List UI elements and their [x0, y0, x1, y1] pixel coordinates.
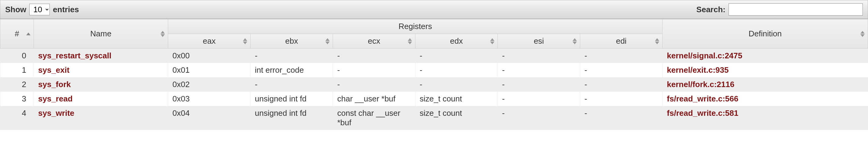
col-header-num-label: # — [14, 29, 19, 38]
cell-def: kernel/exit.c:935 — [662, 63, 868, 77]
table-controls-bar: Show 10 entries Search: — [0, 0, 868, 19]
col-header-ecx-label: ecx — [368, 36, 380, 45]
entries-select[interactable]: 10 — [29, 4, 50, 15]
table-row: 1sys_exit0x01int error_code----kernel/ex… — [0, 63, 868, 77]
col-header-edi[interactable]: edi — [580, 34, 662, 49]
syscall-name-link[interactable]: sys_fork — [38, 80, 71, 89]
definition-link[interactable]: fs/read_write.c:566 — [667, 94, 738, 103]
col-header-registers-group: Registers — [168, 19, 662, 34]
cell-esi: - — [498, 106, 580, 130]
sort-icon[interactable] — [572, 38, 577, 44]
syscall-name-link[interactable]: sys_restart_syscall — [38, 51, 112, 60]
cell-name: sys_restart_syscall — [34, 49, 168, 63]
col-header-definition[interactable]: Definition — [662, 19, 868, 49]
sort-icon[interactable] — [860, 31, 865, 37]
cell-ebx: - — [251, 77, 333, 92]
cell-def: kernel/signal.c:2475 — [662, 49, 868, 63]
col-header-edi-label: edi — [616, 36, 627, 45]
cell-ebx: unsigned int fd — [251, 92, 333, 106]
col-header-edx-label: edx — [450, 36, 463, 45]
table-row: 3sys_read0x03unsigned int fdchar __user … — [0, 92, 868, 106]
syscall-name-link[interactable]: sys_exit — [38, 65, 70, 74]
cell-ebx: unsigned int fd — [251, 106, 333, 130]
cell-name: sys_fork — [34, 77, 168, 92]
cell-ecx: - — [333, 49, 415, 63]
cell-name: sys_write — [34, 106, 168, 130]
col-header-eax-label: eax — [203, 36, 216, 45]
sort-icon[interactable] — [408, 38, 412, 44]
col-header-edx[interactable]: edx — [415, 34, 498, 49]
cell-def: fs/read_write.c:566 — [662, 92, 868, 106]
syscall-name-link[interactable]: sys_read — [38, 94, 73, 103]
cell-eax: 0x00 — [168, 49, 251, 63]
cell-num: 0 — [0, 49, 34, 63]
entries-control: Show 10 entries — [5, 4, 79, 15]
col-header-registers-label: Registers — [399, 22, 432, 31]
cell-def: kernel/fork.c:2116 — [662, 77, 868, 92]
search-label: Search: — [696, 5, 725, 14]
cell-edi: - — [580, 49, 662, 63]
cell-edi: - — [580, 92, 662, 106]
cell-esi: - — [498, 49, 580, 63]
col-header-ebx-label: ebx — [285, 36, 298, 45]
definition-link[interactable]: fs/read_write.c:581 — [667, 109, 738, 118]
cell-edx: - — [415, 77, 498, 92]
cell-edi: - — [580, 63, 662, 77]
cell-edx: - — [415, 63, 498, 77]
col-header-name[interactable]: Name — [34, 19, 168, 49]
col-header-ebx[interactable]: ebx — [251, 34, 333, 49]
col-header-esi[interactable]: esi — [498, 34, 580, 49]
cell-eax: 0x01 — [168, 63, 251, 77]
cell-name: sys_read — [34, 92, 168, 106]
cell-edx: - — [415, 49, 498, 63]
cell-name: sys_exit — [34, 63, 168, 77]
cell-num: 2 — [0, 77, 34, 92]
definition-link[interactable]: kernel/exit.c:935 — [667, 65, 728, 74]
table-row: 4sys_write0x04unsigned int fdconst char … — [0, 106, 868, 130]
cell-num: 4 — [0, 106, 34, 130]
col-header-definition-label: Definition — [749, 29, 782, 38]
sort-icon[interactable] — [326, 38, 330, 44]
table-body: 0sys_restart_syscall0x00-----kernel/sign… — [0, 49, 868, 130]
col-header-name-label: Name — [90, 29, 112, 38]
show-label-post: entries — [53, 5, 79, 14]
cell-edx: size_t count — [415, 106, 498, 130]
cell-ecx: char __user *buf — [333, 92, 415, 106]
col-header-esi-label: esi — [534, 36, 544, 45]
cell-ebx: int error_code — [251, 63, 333, 77]
sort-icon[interactable] — [160, 31, 165, 37]
col-header-ecx[interactable]: ecx — [333, 34, 415, 49]
sort-icon[interactable] — [655, 38, 659, 44]
cell-eax: 0x02 — [168, 77, 251, 92]
cell-edx: size_t count — [415, 92, 498, 106]
cell-ebx: - — [251, 49, 333, 63]
show-label-pre: Show — [5, 5, 26, 14]
cell-ecx: const char __user *buf — [333, 106, 415, 130]
search-input[interactable] — [728, 3, 863, 16]
cell-esi: - — [498, 63, 580, 77]
cell-edi: - — [580, 77, 662, 92]
table-row: 0sys_restart_syscall0x00-----kernel/sign… — [0, 49, 868, 63]
sort-asc-icon[interactable] — [26, 32, 31, 35]
col-header-num[interactable]: # — [0, 19, 34, 49]
col-header-eax[interactable]: eax — [168, 34, 251, 49]
cell-eax: 0x03 — [168, 92, 251, 106]
cell-eax: 0x04 — [168, 106, 251, 130]
cell-def: fs/read_write.c:581 — [662, 106, 868, 130]
cell-ecx: - — [333, 77, 415, 92]
definition-link[interactable]: kernel/fork.c:2116 — [667, 80, 734, 89]
cell-num: 1 — [0, 63, 34, 77]
cell-num: 3 — [0, 92, 34, 106]
definition-link[interactable]: kernel/signal.c:2475 — [667, 51, 742, 60]
syscall-table: # Name Registers Definition eax ebx — [0, 19, 868, 130]
cell-esi: - — [498, 77, 580, 92]
sort-icon[interactable] — [243, 38, 247, 44]
cell-edi: - — [580, 106, 662, 130]
sort-icon[interactable] — [490, 38, 494, 44]
cell-esi: - — [498, 92, 580, 106]
syscall-name-link[interactable]: sys_write — [38, 109, 74, 118]
cell-ecx: - — [333, 63, 415, 77]
table-row: 2sys_fork0x02-----kernel/fork.c:2116 — [0, 77, 868, 92]
search-control: Search: — [696, 3, 863, 16]
